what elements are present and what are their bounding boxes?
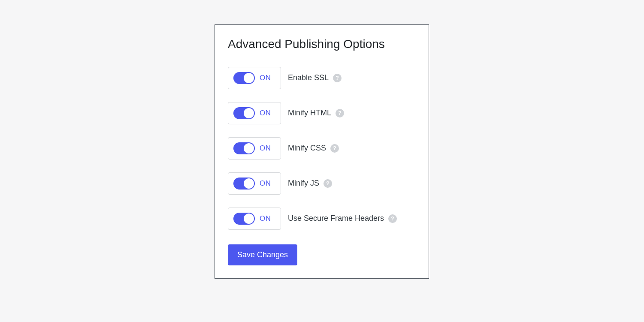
toggle-track bbox=[233, 107, 255, 119]
save-changes-button[interactable]: Save Changes bbox=[228, 244, 297, 265]
option-label: Minify JS bbox=[288, 179, 319, 188]
help-icon[interactable]: ? bbox=[324, 179, 332, 188]
toggle-knob bbox=[244, 108, 254, 118]
toggle-track bbox=[233, 142, 255, 154]
option-row-minify-js: ON Minify JS ? bbox=[228, 172, 416, 195]
toggle-state-label: ON bbox=[260, 74, 271, 82]
help-icon[interactable]: ? bbox=[336, 109, 344, 117]
toggle-track bbox=[233, 213, 255, 225]
toggle-state-label: ON bbox=[260, 179, 271, 188]
toggle-minify-js[interactable]: ON bbox=[228, 172, 281, 195]
card-title: Advanced Publishing Options bbox=[228, 37, 416, 51]
option-row-minify-html: ON Minify HTML ? bbox=[228, 102, 416, 124]
toggle-knob bbox=[244, 214, 254, 224]
toggle-knob bbox=[244, 73, 254, 83]
toggle-state-label: ON bbox=[260, 109, 271, 117]
help-icon[interactable]: ? bbox=[333, 74, 342, 82]
option-row-minify-css: ON Minify CSS ? bbox=[228, 137, 416, 159]
toggle-enable-ssl[interactable]: ON bbox=[228, 67, 281, 89]
toggle-track bbox=[233, 72, 255, 84]
toggle-minify-css[interactable]: ON bbox=[228, 137, 281, 159]
toggle-knob bbox=[244, 143, 254, 153]
option-label: Use Secure Frame Headers bbox=[288, 214, 384, 223]
option-row-secure-frame-headers: ON Use Secure Frame Headers ? bbox=[228, 208, 416, 230]
toggle-state-label: ON bbox=[260, 214, 271, 223]
toggle-knob bbox=[244, 178, 254, 189]
toggle-secure-frame-headers[interactable]: ON bbox=[228, 208, 281, 230]
toggle-state-label: ON bbox=[260, 144, 271, 153]
option-label: Minify HTML bbox=[288, 108, 331, 117]
help-icon[interactable]: ? bbox=[330, 144, 339, 153]
option-row-enable-ssl: ON Enable SSL ? bbox=[228, 67, 416, 89]
advanced-publishing-card: Advanced Publishing Options ON Enable SS… bbox=[215, 24, 429, 279]
toggle-track bbox=[233, 178, 255, 190]
help-icon[interactable]: ? bbox=[388, 214, 397, 223]
option-label: Minify CSS bbox=[288, 144, 326, 153]
option-label: Enable SSL bbox=[288, 73, 329, 82]
toggle-minify-html[interactable]: ON bbox=[228, 102, 281, 124]
